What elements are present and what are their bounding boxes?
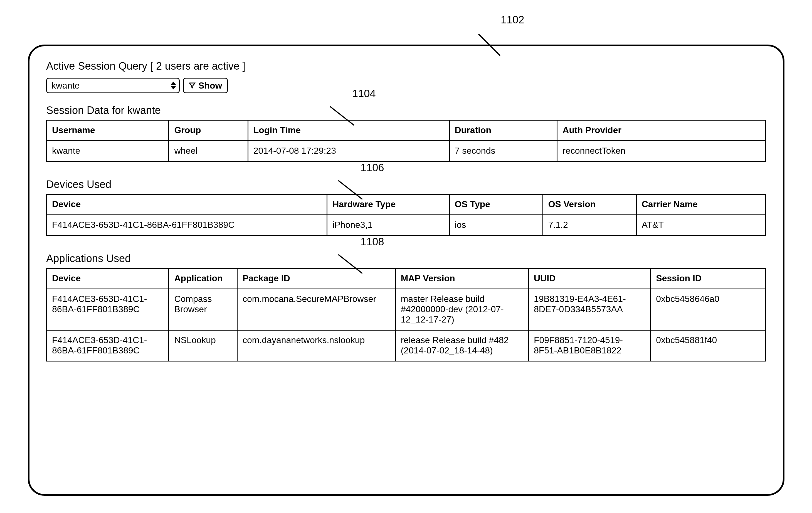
cell: AT&T xyxy=(636,215,765,236)
apps-table: Device Application Package ID MAP Versio… xyxy=(46,268,766,361)
cell: 19B81319-E4A3-4E61-8DE7-0D334B5573AA xyxy=(528,289,650,330)
cell: 7.1.2 xyxy=(543,215,636,236)
filter-icon xyxy=(189,82,196,89)
user-select-value: kwante xyxy=(52,80,80,91)
col-header: Session ID xyxy=(651,268,766,289)
cell: 0xbc5458646a0 xyxy=(651,289,766,330)
cell: F09F8851-7120-4519-8F51-AB1B0E8B1822 xyxy=(528,330,650,361)
cell: reconnectToken xyxy=(557,141,766,162)
cell: F414ACE3-653D-41C1-86BA-61FF801B389C xyxy=(47,289,169,330)
apps-section: 1108 Applications Used Device Applicatio… xyxy=(46,252,766,361)
table-row: F414ACE3-653D-41C1-86BA-61FF801B389C Com… xyxy=(47,289,766,330)
cell: release Release build #482 (2014-07-02_1… xyxy=(395,330,528,361)
col-header: Duration xyxy=(449,120,557,141)
stepper-icon xyxy=(171,82,176,89)
show-button[interactable]: Show xyxy=(183,78,228,93)
col-header: Group xyxy=(169,120,248,141)
cell: F414ACE3-653D-41C1-86BA-61FF801B389C xyxy=(47,215,327,236)
cell: Compass Browser xyxy=(169,289,237,330)
cell: kwante xyxy=(47,141,169,162)
ref-label-1106: 1106 xyxy=(360,162,384,174)
col-header: Login Time xyxy=(248,120,449,141)
session-data-section: 1104 Session Data for kwante Username Gr… xyxy=(46,104,766,162)
cell: 2014-07-08 17:29:23 xyxy=(248,141,449,162)
cell: iPhone3,1 xyxy=(327,215,449,236)
cell: wheel xyxy=(169,141,248,162)
col-header: MAP Version xyxy=(395,268,528,289)
cell: 0xbc545881f40 xyxy=(651,330,766,361)
query-title: Active Session Query [ 2 users are activ… xyxy=(46,60,766,72)
col-header: Device xyxy=(47,194,327,215)
col-header: Package ID xyxy=(237,268,396,289)
cell: ios xyxy=(449,215,543,236)
session-table: Username Group Login Time Duration Auth … xyxy=(46,120,766,162)
cell: 7 seconds xyxy=(449,141,557,162)
cell: F414ACE3-653D-41C1-86BA-61FF801B389C xyxy=(47,330,169,361)
table-row: kwante wheel 2014-07-08 17:29:23 7 secon… xyxy=(47,141,766,162)
user-select[interactable]: kwante xyxy=(46,78,180,93)
col-header: Application xyxy=(169,268,237,289)
col-header: OS Type xyxy=(449,194,543,215)
session-query-panel: Active Session Query [ 2 users are activ… xyxy=(28,45,784,496)
col-header: Carrier Name xyxy=(636,194,765,215)
cell: master Release build #42000000-dev (2012… xyxy=(395,289,528,330)
col-header: Hardware Type xyxy=(327,194,449,215)
section-title-apps: Applications Used xyxy=(46,252,766,265)
col-header: Device xyxy=(47,268,169,289)
query-controls: kwante Show xyxy=(46,78,766,93)
ref-label-1104: 1104 xyxy=(352,88,376,100)
cell: com.mocana.SecureMAPBrowser xyxy=(237,289,396,330)
table-row: F414ACE3-653D-41C1-86BA-61FF801B389C NSL… xyxy=(47,330,766,361)
cell: com.dayananetworks.nslookup xyxy=(237,330,396,361)
col-header: Username xyxy=(47,120,169,141)
table-row: F414ACE3-653D-41C1-86BA-61FF801B389C iPh… xyxy=(47,215,766,236)
ref-label-1102: 1102 xyxy=(501,14,524,26)
section-title-devices: Devices Used xyxy=(46,179,766,190)
section-title-session: Session Data for kwante xyxy=(46,104,766,116)
devices-section: 1106 Devices Used Device Hardware Type O… xyxy=(46,179,766,236)
col-header: Auth Provider xyxy=(557,120,766,141)
col-header: UUID xyxy=(528,268,650,289)
ref-label-1108: 1108 xyxy=(360,236,384,248)
col-header: OS Version xyxy=(543,194,636,215)
show-button-label: Show xyxy=(198,80,222,91)
devices-table: Device Hardware Type OS Type OS Version … xyxy=(46,194,766,236)
cell: NSLookup xyxy=(169,330,237,361)
